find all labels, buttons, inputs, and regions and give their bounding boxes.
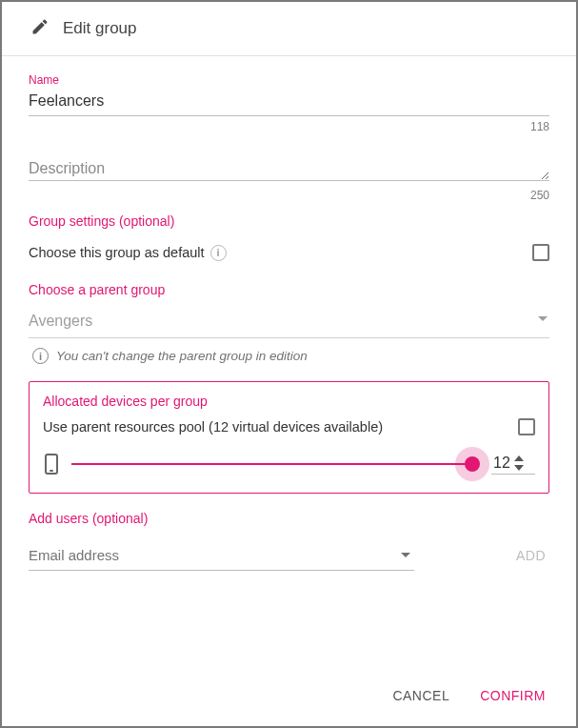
- slider-thumb[interactable]: [465, 456, 480, 472]
- info-icon[interactable]: i: [210, 245, 227, 261]
- cancel-button[interactable]: CANCEL: [389, 682, 453, 709]
- allocated-slider-row: 12: [43, 451, 535, 477]
- default-group-checkbox[interactable]: [532, 244, 549, 261]
- allocated-devices-section: Allocated devices per group Use parent r…: [29, 381, 549, 494]
- parent-group-note-row: i You can't change the parent group in e…: [29, 348, 549, 364]
- add-users-row: ADD: [29, 541, 549, 571]
- allocated-pool-label: Use parent resources pool (12 virtual de…: [43, 419, 383, 435]
- parent-group-note: You can't change the parent group in edi…: [56, 349, 308, 363]
- allocated-pool-checkbox[interactable]: [518, 418, 535, 435]
- info-icon: i: [32, 348, 49, 364]
- chevron-down-icon: [538, 316, 548, 321]
- allocated-value: 12: [491, 455, 512, 472]
- phone-icon: [45, 454, 58, 475]
- stepper-up-icon[interactable]: [514, 455, 524, 461]
- default-group-row: Choose this group as default i: [29, 238, 549, 271]
- group-settings-title: Group settings (optional): [29, 213, 549, 229]
- email-input[interactable]: [29, 541, 414, 571]
- name-counter: 118: [29, 120, 549, 133]
- description-field: 250: [29, 156, 549, 202]
- allocated-title: Allocated devices per group: [43, 394, 535, 409]
- add-button[interactable]: ADD: [512, 542, 549, 571]
- parent-group-title: Choose a parent group: [29, 282, 549, 297]
- edit-icon: [30, 17, 50, 40]
- name-field: Name 118: [29, 73, 549, 133]
- stepper-down-icon[interactable]: [514, 465, 524, 471]
- email-field: [29, 541, 414, 571]
- allocated-stepper: 12: [491, 455, 535, 475]
- chevron-down-icon[interactable]: [401, 553, 410, 557]
- dialog-header: Edit group: [2, 2, 576, 56]
- name-label: Name: [29, 73, 549, 87]
- allocated-pool-row: Use parent resources pool (12 virtual de…: [43, 418, 535, 439]
- parent-group-select-wrap: Avengers: [29, 307, 549, 338]
- dialog-footer: CANCEL CONFIRM: [2, 669, 576, 726]
- parent-group-select[interactable]: Avengers: [29, 307, 549, 338]
- confirm-button[interactable]: CONFIRM: [476, 682, 549, 709]
- description-input[interactable]: [29, 156, 549, 181]
- allocated-slider[interactable]: [71, 451, 478, 477]
- default-group-label: Choose this group as default: [29, 245, 205, 260]
- name-input[interactable]: [29, 89, 549, 116]
- dialog-title: Edit group: [63, 19, 137, 38]
- edit-group-dialog: Edit group Name 118 250 Group settings (…: [2, 2, 576, 726]
- description-counter: 250: [29, 189, 549, 202]
- add-users-title: Add users (optional): [29, 511, 549, 526]
- slider-track: [71, 463, 478, 465]
- dialog-body: Name 118 250 Group settings (optional) C…: [2, 56, 576, 669]
